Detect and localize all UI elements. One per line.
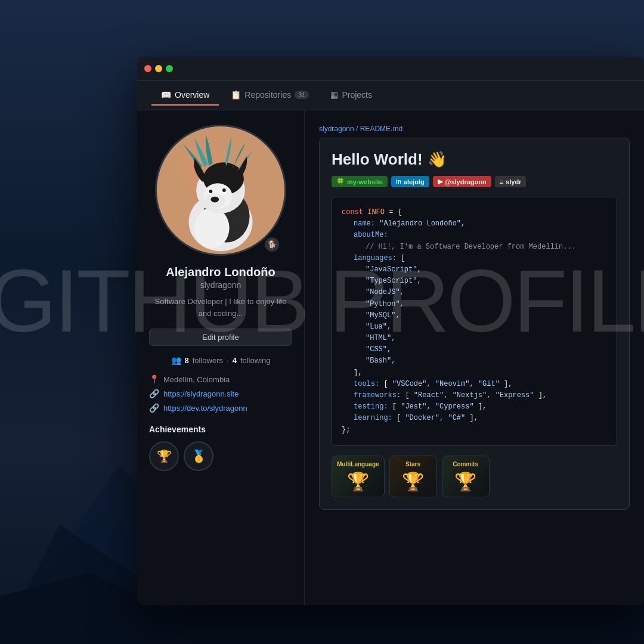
badge-dev[interactable]: ≡ slydr (495, 176, 527, 187)
browser-minimize-dot[interactable] (155, 65, 162, 72)
social-badges: 🍀 my-website in alejolg ▶ @slydragonn ≡ … (332, 176, 617, 187)
code-line-learning: learning: [ "Docker", "C#" ], (342, 413, 607, 424)
achievements-section: Achievements 🏆 🥇 (149, 425, 292, 471)
badge-website-icon: 🍀 (336, 178, 345, 185)
ach-multilang-title: MultiLanguage (337, 461, 379, 467)
code-equal: = { (389, 208, 402, 216)
ach-commits-title: Commits (447, 461, 484, 467)
overview-icon: 📖 (161, 90, 171, 100)
github-content: 🐕 Alejandro Londoño slydragonn Software … (137, 110, 644, 605)
svg-point-12 (210, 197, 219, 203)
followers-label: followers (193, 356, 223, 365)
readme-path-text: slydragonn / README.md (319, 125, 402, 133)
followers-count: 8 (185, 356, 189, 365)
link-icon-2: 🔗 (149, 403, 159, 413)
followers-info: 👥 8 followers · 4 following (149, 355, 292, 365)
tab-projects[interactable]: ▦ Projects (321, 85, 382, 106)
badge-linkedin[interactable]: in alejolg (391, 176, 429, 187)
ach-card-multilanguage: MultiLanguage 🏆 S (332, 456, 385, 497)
code-line-close: }; (342, 425, 607, 436)
badge-youtube-label: @slydragonn (445, 178, 487, 185)
achievement-badge-2: 🥇 (184, 441, 213, 471)
browser-topbar (137, 57, 644, 80)
readme-path: slydragonn / README.md (319, 125, 630, 133)
following-label: following (240, 356, 271, 365)
achievement-cards: MultiLanguage 🏆 S Stars 🏆 A (332, 456, 617, 497)
ach-multilang-letter: S (356, 476, 360, 482)
badge-youtube-icon: ▶ (438, 178, 442, 185)
badge-youtube[interactable]: ▶ @slydragonn (433, 176, 491, 187)
code-key-learn: learning: (354, 414, 397, 422)
badge-linkedin-label: alejolg (404, 178, 425, 185)
code-key-name: name: (354, 219, 379, 228)
code-lang-close: ], (342, 367, 607, 379)
badge-dev-icon: ≡ (500, 178, 503, 185)
ach-commits-letter: A (463, 476, 467, 482)
svg-point-16 (222, 188, 226, 192)
profile-meta: 📍 Medellín, Colombia 🔗 https://slydragon… (149, 374, 292, 413)
code-var: INFO (367, 208, 389, 216)
code-key-test: testing: (354, 402, 392, 411)
followers-icon: 👥 (171, 355, 181, 365)
projects-label: Projects (342, 90, 372, 100)
following-count: 4 (233, 356, 237, 365)
main-content: slydragonn / README.md Hello World! 👋 🍀 … (304, 110, 644, 605)
profile-sidebar: 🐕 Alejandro Londoño slydragonn Software … (137, 110, 304, 605)
code-comment: // Hi!, I'm a Software Developer from Me… (366, 243, 576, 251)
code-lang-bash: "Bash", (342, 355, 607, 367)
website1-link[interactable]: https://slydragonn.site (163, 389, 239, 398)
badge-linkedin-icon: in (396, 178, 401, 185)
repositories-label: Repositories (244, 90, 291, 100)
repositories-icon: 📋 (231, 90, 241, 100)
readme-title-text: Hello World! (332, 150, 423, 169)
ach-stars-letter: A (411, 476, 415, 482)
code-val-name: "Alejandro Londoño", (379, 219, 465, 228)
projects-icon: ▦ (330, 90, 338, 100)
link-icon-1: 🔗 (149, 389, 159, 398)
achievements-row: 🏆 🥇 (149, 441, 292, 471)
code-line-aboutme: aboutMe: (342, 230, 607, 241)
code-line-1: const INFO = { (342, 207, 607, 218)
location-text: Medellín, Colombia (163, 375, 230, 384)
code-key-fw: frameworks: (354, 391, 405, 400)
badge-dev-label: slydr (506, 178, 521, 185)
website2-link[interactable]: https://dev.to/slydragonn (163, 404, 247, 413)
code-line-frameworks: frameworks: [ "React", "Nextjs", "Expres… (342, 390, 607, 401)
readme-title-emoji: 👋 (428, 150, 447, 169)
code-const: const (342, 208, 363, 216)
tab-repositories[interactable]: 📋 Repositories 31 (221, 85, 318, 106)
achievements-title: Achievements (149, 425, 292, 434)
avatar-container: 🐕 (155, 125, 286, 256)
code-line-name: name: "Alejandro Londoño", (342, 218, 607, 230)
location-icon: 📍 (149, 374, 159, 384)
avatar (155, 125, 286, 256)
code-key-tools: tools: (354, 380, 383, 388)
ach-card-stars: Stars 🏆 A (389, 456, 437, 497)
code-line-testing: testing: [ "Jest", "Cypress" ], (342, 401, 607, 413)
readme-title: Hello World! 👋 (332, 150, 617, 169)
avatar-image (157, 126, 284, 254)
code-key-aboutme: aboutMe: (354, 231, 388, 239)
badge-website-label: my-website (347, 178, 383, 185)
badge-website[interactable]: 🍀 my-website (332, 176, 388, 187)
ach-card-commits: Commits 🏆 A (442, 456, 490, 497)
github-nav: 📖 Overview 📋 Repositories 31 ▦ Projects (137, 80, 644, 110)
repositories-badge: 31 (295, 91, 309, 99)
svg-point-7 (194, 208, 229, 248)
ach-stars-title: Stars (395, 461, 432, 467)
tab-overview[interactable]: 📖 Overview (151, 85, 219, 106)
page-title-overlay: GITHUB PROFILE (0, 250, 644, 352)
overview-label: Overview (175, 90, 209, 100)
website2-item[interactable]: 🔗 https://dev.to/slydragonn (149, 403, 292, 413)
svg-point-15 (209, 190, 213, 193)
website1-item[interactable]: 🔗 https://slydragonn.site (149, 389, 292, 398)
browser-close-dot[interactable] (144, 65, 151, 72)
achievement-badge-1: 🏆 (149, 441, 179, 471)
location-item: 📍 Medellín, Colombia (149, 374, 292, 384)
code-line-tools: tools: [ "VSCode", "Neovim", "Git" ], (342, 379, 607, 390)
browser-maximize-dot[interactable] (166, 65, 173, 72)
